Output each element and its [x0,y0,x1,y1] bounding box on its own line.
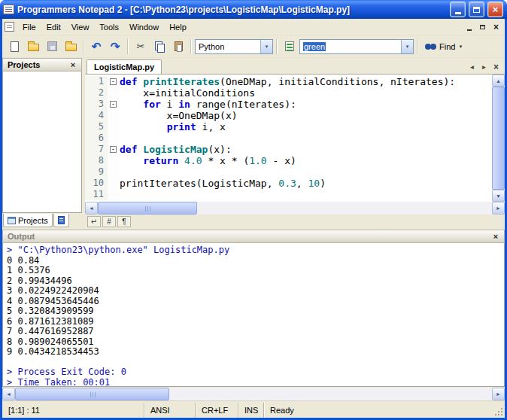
chevron-down-icon: ▼ [405,44,410,49]
fold-toggle-icon[interactable]: - [110,146,117,153]
toolbar-separator [190,39,192,54]
mdi-restore-button[interactable] [476,21,489,32]
horizontal-scroll-track[interactable] [197,202,492,215]
search-dropdown-button[interactable]: ▼ [401,40,413,53]
undo-button[interactable]: ↶ [87,38,105,55]
projects-close-button[interactable]: × [68,60,78,70]
horizontal-scroll-thumb[interactable] [15,388,169,400]
menu-item-edit[interactable]: Edit [41,20,66,34]
scroll-left-button[interactable]: ◄ [2,388,15,400]
projects-tree[interactable] [2,72,82,213]
fold-toggle-icon[interactable]: - [110,101,117,108]
new-file-button[interactable] [5,38,23,55]
tab-text-clips[interactable] [53,214,69,227]
menu-item-help[interactable]: Help [164,20,192,34]
open-project-button[interactable] [62,38,80,55]
new-file-icon [11,41,19,52]
code-line[interactable]: 7-def LogisticMap(x): [85,144,492,155]
find-button[interactable]: Find ▼ [421,41,466,53]
mdi-close-button[interactable]: × [490,21,502,32]
search-input[interactable]: green [300,42,401,51]
maximize-button[interactable] [469,2,484,17]
scroll-down-button[interactable]: ▼ [492,190,505,202]
close-button[interactable]: × [487,2,503,17]
mdi-minimize-button[interactable] [463,21,475,32]
scroll-tabs-left-button[interactable]: ◄ [467,64,477,71]
scheme-dropdown-button[interactable]: ▼ [260,40,272,53]
scroll-right-button[interactable]: ► [492,388,505,400]
code-line[interactable]: 9 [85,166,492,178]
code-line[interactable]: 11 [85,189,492,200]
editor-tab-bar: LogisticMap.py ◄ ► × [85,58,505,74]
editor-lines[interactable]: 1-def printIterates(OneDMap, initialCond… [85,75,492,202]
line-number: 8 [85,155,108,166]
output-line: > Time Taken: 00:01 [7,378,500,388]
menu-item-window[interactable]: Window [124,20,164,34]
fold-toggle-icon[interactable]: - [110,78,117,85]
minimize-button[interactable] [450,2,466,17]
scheme-select[interactable]: Python ▼ [195,39,273,54]
redo-button[interactable]: ↷ [106,38,124,55]
scroll-up-button[interactable]: ▲ [492,75,505,87]
editor-horizontal-scrollbar[interactable]: ◄ ► [85,202,505,215]
code-line[interactable]: 3- for i in range(nIterates): [85,99,492,110]
line-numbers-toggle[interactable]: # [102,216,116,227]
editor-tab-label: LogisticMap.py [94,62,154,72]
word-wrap-toggle[interactable]: ↵ [87,216,101,227]
find-label: Find [439,42,455,51]
code-line[interactable]: 10printIterates(LogisticMap, 0.3, 10) [85,178,492,189]
resize-grip[interactable] [493,403,505,418]
tab-projects[interactable]: Projects [3,214,53,227]
close-tab-button[interactable]: × [491,62,501,72]
vertical-scroll-thumb[interactable] [492,87,505,190]
output-line: 9 0.0434218534453 [7,347,500,358]
highlight-button[interactable] [281,38,299,55]
open-file-button[interactable] [24,38,42,55]
code-line[interactable]: 8 return 4.0 * x * (1.0 - x) [85,155,492,166]
window-client: FileEditViewToolsWindowHelp × ↶ ↷ ✂ Pyth… [2,19,505,418]
output-close-button[interactable]: × [490,232,501,242]
line-ending-indicator: CR+LF [195,403,238,418]
output-line: > Process Exit Code: 0 [7,367,500,378]
menu-item-tools[interactable]: Tools [94,20,124,34]
output-lines[interactable]: > "C:\Python23\python.exe" LogisticMap.p… [2,243,505,387]
line-number: 7 [85,144,108,155]
code-line[interactable]: 4 x=OneDMap(x) [85,110,492,121]
scroll-right-button[interactable]: ► [492,202,505,215]
toolbar-separator [127,39,129,54]
menu-item-file[interactable]: File [17,20,41,34]
code-line[interactable]: 1-def printIterates(OneDMap, initialCond… [85,76,492,87]
highlighter-icon [285,41,294,51]
document-icon[interactable] [5,22,14,32]
scroll-left-button[interactable]: ◄ [85,202,98,215]
bottom-horizontal-scrollbar[interactable]: ◄ ► [2,388,505,400]
search-value: green [303,42,326,51]
menu-item-view[interactable]: View [66,20,95,34]
chevron-right-icon: ► [481,64,487,71]
copy-button[interactable] [150,38,168,55]
close-icon: × [493,5,499,14]
paste-icon [175,41,183,51]
scroll-tabs-right-button[interactable]: ► [479,64,489,71]
code-line[interactable]: 6 [85,132,492,144]
editor-vertical-scrollbar[interactable]: ▲ ▼ [492,75,505,202]
pilcrow-icon: ¶ [122,218,126,226]
whitespace-toggle[interactable]: ¶ [117,216,131,227]
search-combo[interactable]: green ▼ [299,39,414,54]
output-line: 6 0.871612381089 [7,317,500,327]
horizontal-scroll-thumb[interactable] [98,202,197,215]
horizontal-scroll-track[interactable] [169,388,492,400]
close-icon: × [493,62,499,72]
line-number: 6 [85,132,108,144]
paste-button[interactable] [169,38,187,55]
cut-button[interactable]: ✂ [132,38,150,55]
code-line[interactable]: 5 print i, x [85,121,492,132]
code-line[interactable]: 2 x=initialConditions [85,87,492,99]
fold-margin [108,121,120,132]
undo-icon: ↶ [92,41,102,52]
output-line: 0 0.84 [7,256,500,266]
save-button[interactable] [43,38,61,55]
fold-margin: - [108,76,120,87]
title-bar[interactable]: Programmers Notepad 2 - [C:\Python23\pro… [0,0,507,19]
tab-logisticmap[interactable]: LogisticMap.py [87,59,162,74]
